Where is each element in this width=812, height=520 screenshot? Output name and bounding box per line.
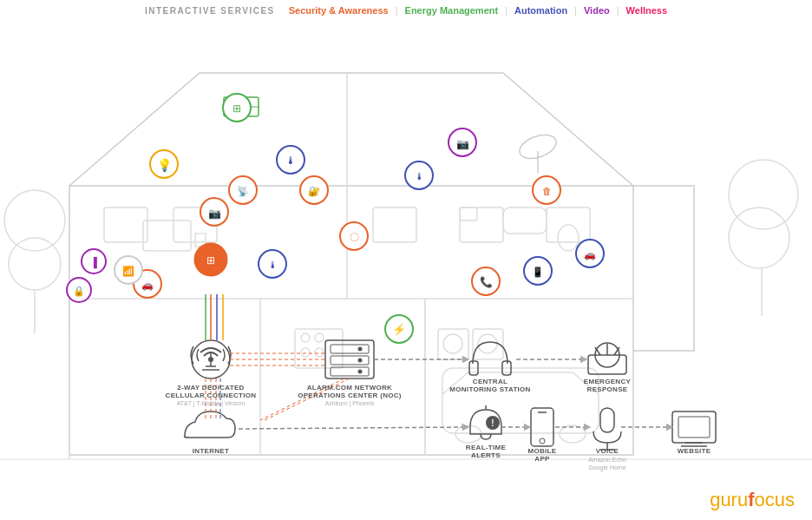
svg-text:ALARM.COM NETWORK: ALARM.COM NETWORK: [307, 384, 392, 392]
svg-text:📞: 📞: [480, 275, 493, 288]
svg-text:🌡: 🌡: [415, 171, 424, 181]
svg-text:💡: 💡: [157, 158, 173, 173]
svg-rect-35: [460, 207, 477, 221]
svg-point-9: [729, 160, 798, 229]
svg-text:AT&T  |  T-Mobile  |  Verizon: AT&T | T-Mobile | Verizon: [177, 400, 246, 407]
logo-ocus: ocus: [755, 489, 795, 510]
nav-energy[interactable]: Energy Management: [405, 5, 499, 16]
svg-rect-17: [104, 207, 147, 242]
svg-point-7: [9, 238, 61, 290]
svg-text:WEBSITE: WEBSITE: [678, 447, 711, 455]
svg-text:🔐: 🔐: [308, 185, 320, 197]
main-diagram: ⊞ 🔒 ▐ 💡 📷 🌡 🔐 📡 📷 🌡 🗑 🚗 ⊞ 🌡 🚗 〇 ⚡: [0, 21, 812, 520]
svg-text:MOBILE: MOBILE: [528, 447, 557, 455]
svg-text:ALERTS: ALERTS: [471, 451, 501, 459]
svg-text:VOICE: VOICE: [596, 447, 619, 455]
svg-text:MONITORING STATION: MONITORING STATION: [449, 385, 530, 393]
svg-point-34: [558, 225, 579, 251]
svg-rect-106: [600, 408, 614, 432]
svg-rect-20: [460, 207, 503, 242]
svg-text:🌡: 🌡: [285, 155, 296, 167]
svg-text:RESPONSE: RESPONSE: [587, 385, 628, 393]
svg-text:EMERGENCY: EMERGENCY: [584, 378, 632, 385]
svg-rect-86: [325, 340, 374, 378]
svg-point-27: [301, 348, 310, 357]
svg-point-25: [301, 333, 310, 342]
svg-text:!: !: [491, 418, 494, 428]
svg-rect-88: [331, 356, 369, 365]
svg-rect-95: [588, 355, 626, 374]
svg-text:📱: 📱: [532, 266, 544, 278]
svg-text:🚗: 🚗: [584, 248, 596, 260]
svg-text:Ashburn  |  Phoenix: Ashburn | Phoenix: [324, 400, 375, 407]
svg-text:📡: 📡: [237, 185, 249, 197]
logo-f: f: [748, 489, 754, 510]
svg-text:REAL-TIME: REAL-TIME: [466, 444, 507, 451]
nav-wellness[interactable]: Wellness: [626, 5, 668, 16]
svg-text:INTERNET: INTERNET: [193, 447, 229, 455]
svg-line-128: [239, 427, 466, 429]
svg-text:📷: 📷: [456, 137, 469, 150]
svg-text:Amazon Echo: Amazon Echo: [588, 457, 626, 463]
svg-rect-33: [503, 207, 547, 234]
svg-text:OPERATIONS CENTER (NOC): OPERATIONS CENTER (NOC): [298, 392, 402, 399]
logo-guru: guru: [710, 489, 748, 510]
top-navigation: INTERACTIVE SERVICES Security & Awarenes…: [0, 0, 812, 21]
svg-point-10: [729, 207, 789, 268]
svg-text:🌡: 🌡: [268, 260, 278, 270]
svg-text:⊞: ⊞: [206, 254, 215, 267]
svg-text:⊞: ⊞: [232, 102, 241, 115]
svg-point-91: [358, 359, 363, 363]
svg-rect-19: [373, 207, 416, 242]
svg-text:⚡: ⚡: [392, 322, 407, 337]
svg-text:CENTRAL: CENTRAL: [473, 378, 508, 385]
svg-text:Google Home: Google Home: [588, 464, 625, 471]
svg-point-38: [560, 425, 586, 443]
svg-point-92: [358, 370, 363, 374]
svg-text:📷: 📷: [208, 207, 221, 220]
svg-text:🚗: 🚗: [141, 279, 154, 291]
svg-text:🔒: 🔒: [73, 285, 85, 297]
svg-rect-22: [143, 221, 191, 251]
svg-text:APP: APP: [534, 455, 550, 463]
svg-rect-103: [531, 408, 553, 446]
svg-text:〇: 〇: [350, 232, 359, 242]
nav-video[interactable]: Video: [584, 5, 610, 16]
nav-automation[interactable]: Automation: [514, 5, 567, 16]
svg-text:2-WAY DEDICATED: 2-WAY DEDICATED: [177, 384, 244, 392]
svg-point-90: [358, 347, 363, 352]
svg-rect-29: [438, 329, 468, 359]
svg-point-6: [4, 190, 65, 251]
svg-rect-36: [442, 368, 599, 433]
svg-point-26: [315, 333, 324, 342]
svg-text:CELLULAR CONNECTION: CELLULAR CONNECTION: [166, 392, 257, 399]
gurufocus-logo: gurufocus: [710, 489, 795, 511]
svg-text:▐: ▐: [90, 256, 97, 269]
svg-text:📶: 📶: [122, 265, 134, 277]
svg-text:🗑: 🗑: [542, 186, 552, 196]
svg-point-30: [443, 334, 462, 353]
brand-label: INTERACTIVE SERVICES: [145, 6, 275, 16]
svg-rect-112: [678, 417, 710, 438]
svg-point-105: [540, 438, 545, 444]
nav-security[interactable]: Security & Awareness: [289, 5, 389, 16]
svg-point-28: [315, 348, 324, 357]
svg-rect-87: [331, 345, 369, 353]
